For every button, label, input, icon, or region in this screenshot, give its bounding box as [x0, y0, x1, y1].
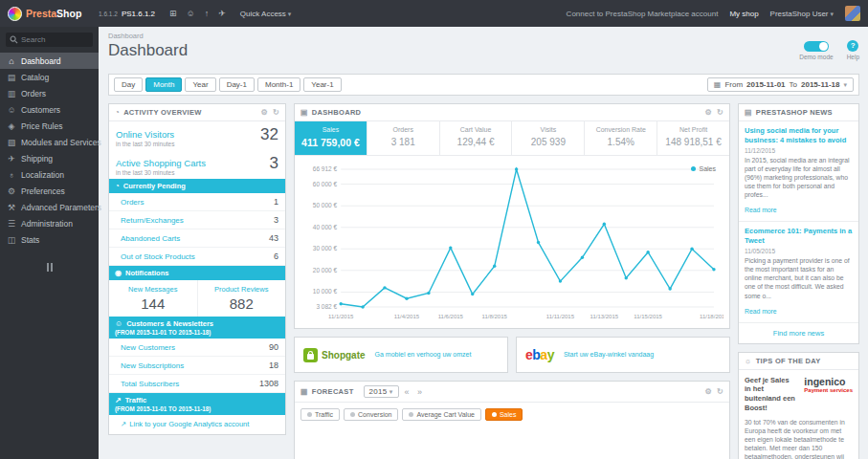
sidebar-item-label: Preferences [21, 186, 65, 196]
marketplace-connect-link[interactable]: Connect to PrestaShop Marketplace accoun… [567, 10, 719, 18]
panel-refresh-icon[interactable]: ↻ [717, 108, 723, 117]
kpi-value: 129,44 € [442, 137, 510, 147]
read-more-link[interactable]: Read more [745, 308, 777, 315]
row-label: Return/Exchanges [121, 216, 184, 225]
svg-text:11/8/2015: 11/8/2015 [482, 314, 508, 319]
my-shop-link[interactable]: My shop [729, 10, 758, 18]
quick-access-menu[interactable]: Quick Access [240, 10, 291, 18]
upload-icon[interactable]: ↑ [205, 9, 210, 18]
cell-value: 144 [111, 295, 195, 312]
panel-settings-icon[interactable]: ⚙ [261, 108, 268, 117]
row-value: 1308 [259, 379, 278, 388]
user-avatar[interactable] [845, 6, 860, 21]
shop-name-link[interactable]: PS1.6.1.2 [122, 10, 155, 18]
chart-legend-sales[interactable]: Sales [691, 165, 716, 172]
row-value: 90 [269, 342, 278, 352]
prestashop-logo[interactable]: PrestaShop [0, 7, 99, 21]
sidebar-item-catalog[interactable]: ▤Catalog [0, 69, 99, 85]
filter-month-button[interactable]: Month [145, 77, 182, 92]
read-more-link[interactable]: Read more [745, 207, 777, 213]
news-item-title-link[interactable]: Ecommerce 101: Payments in a Tweet [745, 227, 853, 246]
kpi-sales[interactable]: Sales411 759,00 € [295, 121, 367, 155]
row-value: 3 [274, 215, 278, 225]
forecast-toggle-sales[interactable]: Sales [485, 408, 523, 421]
kpi-visits[interactable]: Visits205 939 [512, 121, 585, 155]
collapse-menu-button[interactable] [47, 263, 53, 272]
new-messages-stat[interactable]: New Messages144 [109, 280, 197, 317]
prestashop-logo-icon [8, 7, 22, 21]
news-item-title-link[interactable]: Using social media for your business: 4 … [745, 126, 853, 145]
sidebar-item-localization[interactable]: ♁Localization [0, 166, 99, 183]
filter-month-1-button[interactable]: Month-1 [257, 77, 300, 92]
sidebar-item-preferences[interactable]: ⚙Preferences [0, 183, 99, 199]
kpi-cart-value[interactable]: Cart Value129,44 € [440, 121, 513, 155]
sidebar-item-customers[interactable]: ☺Customers [0, 101, 99, 118]
panel-refresh-icon[interactable]: ↻ [273, 108, 279, 117]
topbar-right: Connect to PrestaShop Marketplace accoun… [567, 6, 868, 21]
sidebar-item-shipping[interactable]: ✈Shipping [0, 150, 99, 166]
breadcrumb: Dashboard [108, 32, 859, 40]
panel-settings-icon[interactable]: ⚙ [705, 387, 712, 396]
abandoned-carts-row[interactable]: Abandoned Carts43 [109, 230, 285, 248]
online-visitors-stat[interactable]: Online Visitors32 in the last 30 minutes [109, 121, 285, 150]
forecast-year-select[interactable]: 2015 [364, 385, 399, 398]
sidebar-item-modules[interactable]: ▧Modules and Services [0, 134, 99, 150]
kpi-net-profit[interactable]: Net Profit148 918,51 € [657, 121, 729, 155]
svg-text:40 000 €: 40 000 € [313, 224, 338, 230]
filter-day-button[interactable]: Day [114, 77, 143, 92]
forecast-toggle-traffic[interactable]: Traffic [300, 408, 340, 421]
help-icon[interactable]: ? [847, 40, 858, 52]
out-of-stock-row[interactable]: Out of Stock Products6 [109, 248, 285, 266]
kpi-value: 205 939 [514, 137, 582, 147]
cart-icon[interactable]: ⊞ [169, 9, 177, 18]
next-year-button[interactable]: » [415, 387, 424, 397]
forecast-toggle-conversion[interactable]: Conversion [344, 408, 398, 421]
kpi-orders[interactable]: Orders3 181 [367, 121, 440, 155]
sidebar-item-orders[interactable]: ▥Orders [0, 85, 99, 101]
date-range-picker[interactable]: ▦ From 2015-11-01 To 2015-11-18 [707, 77, 854, 92]
modules-icon[interactable]: ✈ [218, 9, 226, 18]
news-item-date: 11/05/2015 [745, 248, 853, 254]
shopgate-promo-link[interactable]: Ga mobiel en verhoog uw omzet [375, 350, 472, 359]
activity-icon: ◔ [115, 108, 120, 117]
kpi-label: Net Profit [659, 126, 727, 133]
ebay-promo-link[interactable]: Start uw eBay-winkel vandaag [564, 350, 654, 359]
pending-returns-row[interactable]: Return/Exchanges3 [109, 211, 285, 230]
sidebar-item-label: Catalog [21, 73, 49, 82]
customers-icon[interactable]: ☺ [187, 9, 195, 18]
sidebar-search[interactable] [6, 33, 93, 47]
sidebar-item-dashboard[interactable]: ⌂Dashboard [0, 53, 99, 69]
dashboard-panel: ▣ DASHBOARD ⚙ ↻ Sales411 759,00 € Orders… [294, 103, 730, 329]
product-reviews-stat[interactable]: Product Reviews882 [197, 280, 286, 317]
active-carts-stat[interactable]: Active Shopping Carts3 in the last 30 mi… [109, 150, 285, 179]
sidebar-item-administration[interactable]: ☰Administration [0, 215, 99, 231]
sidebar-item-advanced-parameters[interactable]: ⚒Advanced Parameters [0, 199, 99, 215]
svg-text:10 000 €: 10 000 € [313, 288, 338, 295]
date-filter-bar: Day Month Year Day-1 Month-1 Year-1 ▦ Fr… [108, 74, 859, 96]
new-subscriptions-row[interactable]: New Subscriptions18 [109, 357, 285, 375]
row-label: New Customers [121, 343, 175, 352]
pending-orders-row[interactable]: Orders1 [109, 193, 285, 211]
shopgate-promo[interactable]: Shopgate Ga mobiel en verhoog uw omzet [294, 337, 508, 373]
demo-mode-toggle[interactable] [804, 41, 829, 52]
ingenico-brand-sub: Payment services [804, 387, 853, 393]
sidebar-item-price-rules[interactable]: ◈Price Rules [0, 118, 99, 134]
new-customers-row[interactable]: New Customers90 [109, 339, 285, 357]
filter-day-1-button[interactable]: Day-1 [219, 77, 255, 92]
search-input[interactable] [21, 35, 88, 44]
find-more-news-link[interactable]: Find more news [739, 323, 858, 343]
filter-year-button[interactable]: Year [185, 77, 215, 92]
forecast-toggle-average-cart-value[interactable]: Average Cart Value [402, 408, 480, 421]
kpi-label: Sales [297, 126, 365, 133]
ebay-promo[interactable]: ebay Start uw eBay-winkel vandaag [516, 337, 730, 373]
cell-label: New Messages [111, 285, 195, 294]
user-menu[interactable]: PrestaShop User [770, 10, 834, 18]
total-subscribers-row[interactable]: Total Subscribers1308 [109, 375, 285, 393]
filter-year-1-button[interactable]: Year-1 [303, 77, 341, 92]
sidebar-item-stats[interactable]: ◫Stats [0, 231, 99, 248]
previous-year-button[interactable]: « [403, 387, 412, 397]
panel-refresh-icon[interactable]: ↻ [717, 387, 723, 396]
google-analytics-link[interactable]: ↗ Link to your Google Analytics account [109, 415, 285, 434]
kpi-conversion-rate[interactable]: Conversion Rate1.54% [585, 121, 657, 155]
panel-settings-icon[interactable]: ⚙ [705, 108, 712, 117]
